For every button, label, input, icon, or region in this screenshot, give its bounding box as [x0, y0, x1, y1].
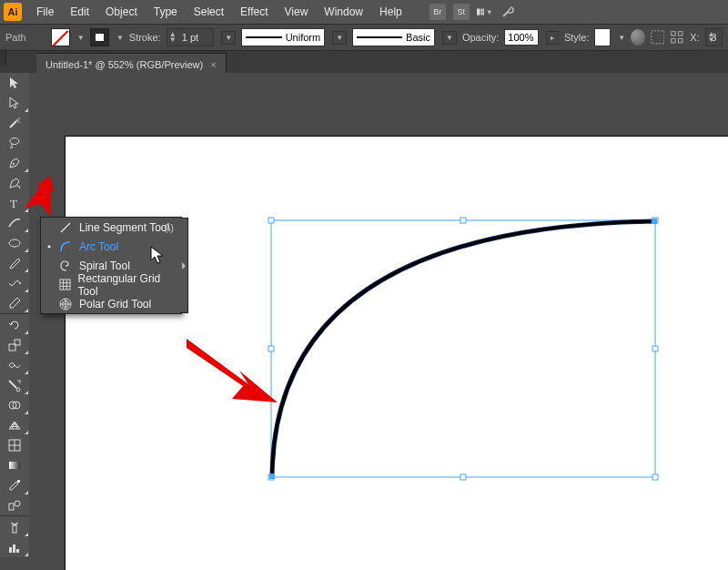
pencil-tool[interactable] [0, 273, 29, 293]
svg-point-19 [19, 282, 21, 284]
menu-effect[interactable]: Effect [233, 2, 275, 22]
search-icon[interactable] [500, 3, 517, 22]
chevron-down-icon[interactable]: ▼ [618, 34, 625, 42]
chevron-right-icon[interactable]: ▸ [546, 31, 559, 45]
chevron-down-icon[interactable]: ▼ [116, 34, 124, 42]
symbol-sprayer-tool[interactable] [0, 517, 29, 537]
rectangle-tool[interactable] [0, 233, 29, 253]
stroke-weight-input[interactable]: ▲▼1 pt [167, 28, 215, 46]
svg-rect-46 [269, 473, 275, 479]
column-graph-tool[interactable] [0, 537, 29, 557]
paintbrush-tool[interactable] [0, 253, 29, 273]
eyedropper-tool[interactable] [0, 475, 29, 495]
rotate-tool[interactable] [0, 315, 29, 335]
arc-icon [59, 240, 72, 253]
align-icon[interactable] [651, 29, 665, 46]
svg-rect-9 [672, 39, 675, 43]
scale-tool[interactable] [0, 335, 29, 355]
selected-marker: ▪ [46, 241, 52, 251]
svg-rect-8 [679, 32, 682, 36]
svg-text:T: T [10, 197, 17, 210]
width-tool[interactable] [0, 355, 29, 375]
right-icon-group: Br St ▼ [430, 3, 517, 22]
svg-point-13 [18, 117, 20, 119]
dock-strip [0, 49, 6, 66]
perspective-grid-tool[interactable] [0, 415, 29, 435]
flyout-item-label: Arc Tool [79, 240, 118, 253]
menu-file[interactable]: File [29, 2, 61, 22]
style-swatch[interactable] [594, 28, 611, 46]
fill-swatch[interactable] [51, 28, 70, 46]
lasso-tool[interactable] [0, 133, 29, 153]
mesh-tool[interactable] [0, 435, 29, 455]
document-tab-title: Untitled-1* @ 552% (RGB/Preview) [46, 59, 203, 70]
svg-rect-3 [480, 12, 482, 15]
polar-grid-icon [59, 298, 72, 310]
svg-rect-44 [460, 474, 466, 480]
stock-icon[interactable]: St [453, 4, 470, 20]
transform-icon[interactable] [670, 29, 684, 46]
free-transform-tool[interactable] [0, 375, 29, 395]
svg-rect-1 [480, 8, 482, 11]
flyout-line-segment-tool[interactable]: Line Segment Tool (\) [41, 218, 181, 237]
magic-wand-tool[interactable] [0, 113, 29, 133]
eraser-tool[interactable] [0, 293, 29, 313]
brush-definition-dropdown[interactable]: Basic [352, 28, 435, 46]
opacity-input[interactable]: 100% [504, 29, 539, 46]
direct-selection-tool[interactable] [0, 93, 29, 113]
arrange-documents-icon[interactable]: ▼ [477, 4, 493, 20]
svg-rect-7 [672, 32, 675, 36]
svg-rect-38 [268, 218, 274, 223]
menu-object[interactable]: Object [98, 2, 145, 22]
svg-rect-2 [482, 8, 484, 11]
blend-tool[interactable] [0, 495, 29, 515]
line-segment-icon [59, 221, 72, 234]
document-tab[interactable]: Untitled-1* @ 552% (RGB/Preview) × [36, 53, 227, 75]
stroke-swatch[interactable] [90, 28, 109, 46]
recolor-artwork-icon[interactable] [631, 29, 645, 46]
flyout-rectangular-grid-tool[interactable]: Rectangular Grid Tool [41, 275, 181, 294]
svg-rect-33 [13, 525, 16, 533]
variable-width-profile-dropdown[interactable]: Uniform [241, 28, 325, 46]
gradient-tool[interactable] [0, 455, 29, 475]
x-coord-input[interactable]: ▲▼3 [705, 28, 723, 46]
shape-builder-tool[interactable] [0, 395, 29, 415]
stroke-label: Stroke: [129, 32, 161, 43]
flyout-item-label: Spiral Tool [79, 260, 130, 272]
cursor-icon [150, 246, 167, 269]
chevron-down-icon[interactable]: ▼ [442, 31, 457, 45]
svg-point-14 [18, 121, 20, 123]
flyout-polar-grid-tool[interactable]: Polar Grid Tool [41, 294, 181, 313]
bridge-icon[interactable]: Br [430, 4, 446, 20]
svg-rect-4 [482, 12, 484, 15]
menu-edit[interactable]: Edit [63, 2, 96, 22]
chevron-down-icon[interactable]: ▼ [332, 31, 347, 45]
svg-rect-34 [9, 547, 12, 553]
svg-rect-30 [17, 480, 20, 483]
menu-window[interactable]: Window [317, 2, 370, 22]
tearoff-handle[interactable] [180, 218, 188, 313]
canvas[interactable] [29, 73, 728, 570]
artboard[interactable] [66, 137, 728, 570]
svg-line-48 [61, 223, 70, 232]
chevron-down-icon[interactable]: ▼ [77, 34, 85, 42]
svg-point-23 [16, 388, 20, 392]
menu-view[interactable]: View [278, 2, 316, 22]
menu-select[interactable]: Select [187, 2, 231, 22]
selection-tool[interactable] [0, 73, 29, 93]
chevron-down-icon[interactable]: ▼ [221, 31, 236, 45]
menu-help[interactable]: Help [372, 2, 410, 22]
close-icon[interactable]: × [210, 59, 216, 70]
svg-point-18 [9, 239, 20, 247]
x-coord-label: X: [690, 32, 699, 43]
selection-type-label: Path [5, 32, 46, 43]
style-label: Style: [564, 32, 590, 43]
menu-type[interactable]: Type [147, 2, 185, 22]
svg-rect-36 [16, 549, 19, 553]
svg-rect-10 [679, 39, 682, 43]
svg-line-11 [10, 121, 16, 127]
pen-tool[interactable] [0, 153, 29, 173]
toolbox: T [0, 73, 29, 557]
svg-rect-6 [652, 31, 664, 44]
svg-rect-31 [9, 504, 14, 510]
